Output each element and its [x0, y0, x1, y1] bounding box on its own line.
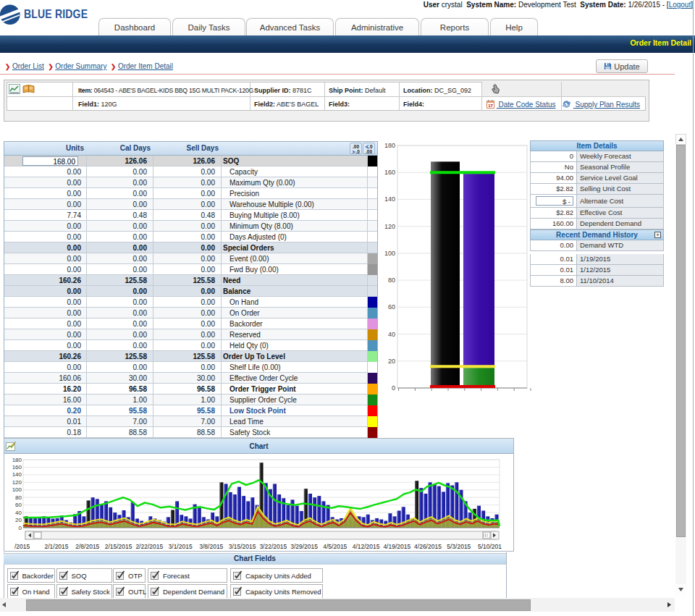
svg-text:4/5/2015: 4/5/2015 — [323, 543, 347, 550]
svg-text:2/8/2015: 2/8/2015 — [75, 543, 99, 550]
svg-text:100: 100 — [384, 250, 395, 257]
svg-text:0: 0 — [392, 384, 395, 392]
svg-text:40: 40 — [15, 510, 22, 516]
svg-text:160: 160 — [12, 464, 22, 471]
svg-text:40: 40 — [388, 331, 395, 338]
svg-text:0: 0 — [19, 525, 22, 531]
svg-text:4/12/2015: 4/12/2015 — [353, 543, 380, 550]
svg-text:80: 80 — [388, 277, 395, 284]
svg-text:20: 20 — [388, 358, 395, 365]
svg-text:120: 120 — [12, 479, 22, 486]
svg-text:3/15/2015: 3/15/2015 — [229, 543, 256, 550]
svg-text:5/3/2015: 5/3/2015 — [447, 543, 471, 550]
svg-text:5/10/201: 5/10/201 — [478, 543, 502, 550]
svg-text:2/22/2015: 2/22/2015 — [135, 543, 163, 550]
svg-text:140: 140 — [384, 195, 395, 203]
svg-text:3/1/2015: 3/1/2015 — [169, 543, 193, 550]
svg-text:/2015: /2015 — [14, 543, 30, 550]
svg-text:3/22/2015: 3/22/2015 — [259, 543, 287, 550]
svg-text:3/29/2015: 3/29/2015 — [290, 543, 318, 550]
svg-text:80: 80 — [15, 494, 22, 501]
svg-text:2/1/2015: 2/1/2015 — [44, 543, 68, 550]
svg-text:3/8/2015: 3/8/2015 — [199, 543, 223, 550]
svg-text:180: 180 — [384, 142, 395, 149]
svg-text:120: 120 — [384, 223, 395, 230]
svg-text:60: 60 — [388, 303, 395, 311]
svg-text:180: 180 — [12, 457, 22, 463]
svg-text:4/26/2015: 4/26/2015 — [414, 543, 442, 550]
svg-text:2/15/2015: 2/15/2015 — [105, 543, 132, 550]
svg-text:100: 100 — [12, 486, 22, 493]
svg-text:17: 17 — [488, 104, 493, 108]
svg-text:160: 160 — [384, 169, 395, 176]
svg-text:4/19/2015: 4/19/2015 — [383, 543, 410, 550]
svg-text:20: 20 — [15, 517, 22, 523]
svg-text:140: 140 — [12, 471, 22, 478]
svg-text:60: 60 — [15, 502, 22, 508]
